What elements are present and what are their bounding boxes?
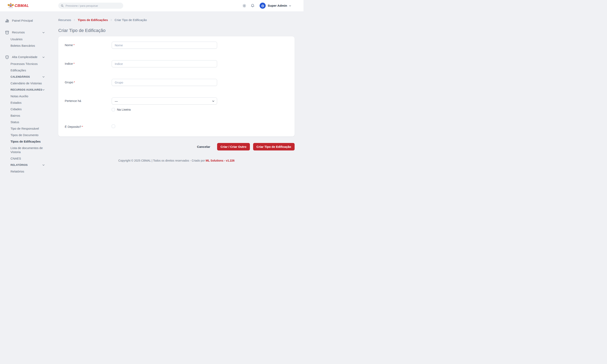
sidebar-item-relatorios[interactable]: RELATÓRIOS [0, 162, 58, 168]
cbmal-logo[interactable]: CBMAL [7, 2, 29, 9]
chevron-down-icon[interactable] [289, 4, 291, 7]
field-label-pertence-ha: Pertence há [65, 97, 112, 111]
sidebar-item-tipos-de-documento[interactable]: Tipos de Documento [0, 132, 58, 138]
pertence-ha-select[interactable]: — [112, 97, 217, 104]
sidebar-item-boletos-bancarios[interactable]: Boletos Bancários [0, 42, 58, 49]
sidebar-item-cnaes[interactable]: CNAES [0, 155, 58, 162]
field-label-indice: Indice* [65, 60, 112, 67]
form-row-nome: Nome* [65, 42, 288, 49]
sidebar-item-alta-complexidade[interactable]: Alta Complexidade [0, 54, 58, 61]
field-control: —Na Lixeira [112, 97, 217, 111]
chevron-right-icon [110, 19, 113, 21]
breadcrumb-item-recursos[interactable]: Recursos [58, 18, 71, 22]
checkbox-label: Na Lixeira [117, 108, 131, 111]
sidebar-item-label: Notas Auxílio [11, 94, 44, 98]
na-lixeira-checkbox[interactable] [112, 108, 115, 111]
grupo-input[interactable] [112, 79, 217, 86]
sidebar-item-status[interactable]: Status [0, 119, 58, 125]
sidebar-item-label: Tipos de Documento [11, 133, 44, 137]
sidebar-item-notas-auxilio[interactable]: Notas Auxílio [0, 93, 58, 100]
sidebar-item-label: Boletos Bancários [11, 44, 44, 48]
power-icon [261, 4, 264, 8]
sidebar-item-lista-de-documentos-de-vistoria[interactable]: Lista de documentos de Vistoria [0, 145, 58, 155]
sidebar-item-recursos[interactable]: Recursos [0, 29, 58, 36]
eagle-crest-icon [7, 2, 14, 9]
top-bar: CBMAL Super Admin [0, 0, 304, 11]
sidebar-item-label: RELATÓRIOS [11, 163, 44, 167]
search-icon [61, 4, 64, 7]
sidebar-item-label: Estados [11, 101, 44, 105]
copyright-text: Copyright © 2025 CBMAL | Todos os direit… [118, 159, 205, 162]
user-name[interactable]: Super Admin [268, 4, 287, 8]
sidebar-item-label: Calendário de Vistorias [11, 81, 44, 85]
e-deposito-checkbox[interactable] [112, 125, 115, 128]
sidebar-item-label: Painel Principal [12, 19, 45, 23]
sidebar-item-label: CNAES [11, 156, 44, 161]
search-input[interactable] [66, 4, 121, 7]
breadcrumb-item-tipos-de-edificacoes[interactable]: Tipos de Edificações [78, 18, 108, 22]
user-avatar[interactable] [260, 3, 266, 9]
sidebar-item-label: Alta Complexidade [12, 55, 45, 59]
sidebar-item-label: RECURSOS AUXILIARES [11, 88, 44, 92]
required-asterisk: * [74, 80, 75, 84]
sidebar-item-label: Status [11, 120, 44, 124]
required-asterisk: * [73, 43, 75, 47]
top-right-controls: Super Admin [242, 3, 291, 9]
sidebar-item-label: Cidades [11, 107, 44, 111]
global-search[interactable] [58, 3, 123, 9]
form-row-indice: Indice* [65, 60, 288, 67]
field-label-e-deposito: É Deposito?* [65, 123, 112, 129]
sidebar-item-label: Relatórios [11, 169, 44, 173]
sidebar-item-processos-tecnicos[interactable]: Processos Técnicos [0, 61, 58, 67]
field-control [112, 42, 217, 49]
select-wrapper: — [112, 97, 217, 104]
sidebar-item-tipo-de-responsavel[interactable]: Tipo de Responsável [0, 125, 58, 132]
sidebar-item-label: Recursos [12, 30, 45, 34]
sidebar-item-label: Usuários [11, 37, 44, 41]
theme-toggle-sun-icon[interactable] [242, 4, 246, 8]
indice-input[interactable] [112, 60, 217, 67]
chevron-right-icon [73, 19, 76, 21]
create-button[interactable]: Criar Tipo de Edificação [253, 143, 295, 150]
main-content: RecursosTipos de EdificaçõesCriar Tipo d… [58, 11, 304, 182]
cancel-button[interactable]: Cancelar [195, 143, 212, 150]
sidebar-item-calendario-de-vistorias[interactable]: Calendário de Vistorias [0, 80, 58, 87]
field-label-grupo: Grupo* [65, 79, 112, 86]
sidebar-item-usuarios[interactable]: Usuários [0, 36, 58, 42]
sidebar-item-label: Lista de documentos de Vistoria [11, 146, 44, 154]
sidebar-item-painel-principal[interactable]: Painel Principal [0, 17, 58, 24]
notifications-bell-icon[interactable] [251, 4, 255, 8]
nome-input[interactable] [112, 42, 217, 49]
create-and-create-another-button[interactable]: Criar / Criar Outro [217, 143, 250, 150]
footer-brand-link[interactable]: ML Solutions - v1.226 [206, 159, 235, 162]
archive-box-icon [5, 30, 9, 35]
sidebar-item-bairros[interactable]: Bairros [0, 112, 58, 119]
field-control [112, 60, 217, 67]
sidebar-item-calendarios[interactable]: CALENDÁRIOS [0, 74, 58, 80]
form-row-pertence-ha: Pertence há—Na Lixeira [65, 97, 288, 111]
footer: Copyright © 2025 CBMAL | Todos os direit… [58, 159, 295, 162]
sidebar-item-estados[interactable]: Estados [0, 100, 58, 106]
chevron-down-icon [42, 31, 45, 34]
sidebar-item-relatorios[interactable]: Relatórios [0, 168, 58, 175]
shield-exclamation-icon [5, 55, 9, 59]
sidebar-item-tipos-de-edificacoes[interactable]: Tipos de Edificações [0, 138, 58, 145]
checkbox-line-na-lixeira: Na Lixeira [112, 108, 217, 111]
chevron-down-icon [42, 88, 45, 91]
chevron-down-icon [42, 76, 45, 78]
field-control [112, 123, 217, 129]
form-row-grupo: Grupo* [65, 79, 288, 86]
sidebar-item-label: Tipo de Responsável [11, 127, 44, 131]
sidebar-item-cidades[interactable]: Cidades [0, 106, 58, 112]
logo-text: CBMAL [14, 3, 29, 8]
sidebar-nav: Painel PrincipalRecursosUsuáriosBoletos … [0, 11, 58, 182]
sidebar-item-edificacoes[interactable]: Edificações [0, 67, 58, 74]
sidebar-item-recursos-auxiliares[interactable]: RECURSOS AUXILIARES [0, 87, 58, 93]
breadcrumb: RecursosTipos de EdificaçõesCriar Tipo d… [58, 18, 295, 22]
breadcrumb-item-criar-tipo-de-edificacao[interactable]: Criar Tipo de Edificação [115, 18, 147, 22]
required-asterisk: * [82, 125, 83, 129]
bar-chart-icon [5, 19, 9, 23]
form-actions: Cancelar Criar / Criar Outro Criar Tipo … [58, 143, 295, 150]
sidebar-item-label: Edificações [11, 68, 44, 72]
required-asterisk: * [73, 62, 75, 65]
